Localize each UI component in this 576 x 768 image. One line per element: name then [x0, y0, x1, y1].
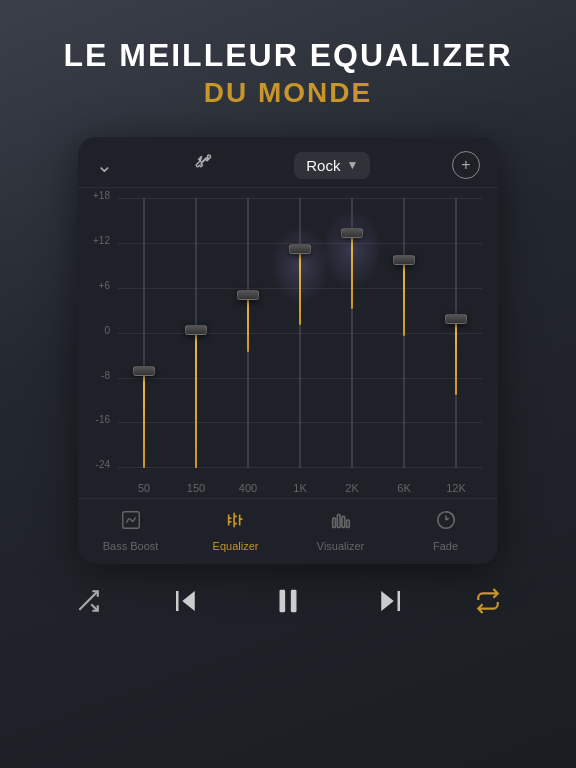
- slider-6k[interactable]: [378, 198, 430, 468]
- svg-marker-18: [182, 591, 195, 611]
- slider-track-1k: [299, 198, 301, 468]
- slider-2k[interactable]: [326, 198, 378, 468]
- slider-handle-50hz[interactable]: [133, 366, 155, 376]
- slider-fill-1k: [299, 252, 301, 325]
- equalizer-area: +18 +12 +6 0 -8 -16 -24: [78, 188, 498, 498]
- slider-handle-150hz[interactable]: [185, 325, 207, 335]
- slider-handle-1k[interactable]: [289, 244, 311, 254]
- tab-label-bass-boost: Bass Boost: [103, 540, 159, 552]
- player-controls: [0, 570, 576, 632]
- play-pause-button[interactable]: [271, 584, 305, 618]
- slider-400hz[interactable]: [222, 198, 274, 468]
- prev-button[interactable]: [171, 586, 201, 616]
- slider-handle-12k[interactable]: [445, 314, 467, 324]
- eq-label-n16: -16: [82, 414, 110, 425]
- fade-icon: [435, 509, 457, 536]
- collapse-icon[interactable]: ⌄: [96, 153, 113, 177]
- slider-fill-150hz: [195, 333, 197, 468]
- header-section: LE MEILLEUR EQUALIZER DU MONDE: [0, 0, 576, 129]
- freq-labels: 50 150 400 1K 2K 6K 12K: [118, 482, 482, 494]
- equalizer-icon: [225, 509, 247, 536]
- freq-label-12k: 12K: [430, 482, 482, 494]
- eq-label-n8: -8: [82, 370, 110, 381]
- sliders-container: [118, 198, 482, 468]
- svg-rect-21: [291, 590, 297, 613]
- freq-label-2k: 2K: [326, 482, 378, 494]
- tab-equalizer[interactable]: Equalizer: [183, 509, 288, 552]
- bass-boost-icon: [120, 509, 142, 536]
- slider-handle-6k[interactable]: [393, 255, 415, 265]
- tab-fade[interactable]: Fade: [393, 509, 498, 552]
- card-header: ⌄ Rock ▼ +: [78, 137, 498, 188]
- freq-label-1k: 1K: [274, 482, 326, 494]
- tab-label-visualizer: Visualizer: [317, 540, 365, 552]
- freq-label-6k: 6K: [378, 482, 430, 494]
- svg-rect-10: [337, 515, 340, 528]
- slider-fill-400hz: [247, 298, 249, 352]
- shuffle-button[interactable]: [75, 588, 101, 614]
- tab-label-equalizer: Equalizer: [213, 540, 259, 552]
- svg-rect-11: [341, 517, 344, 528]
- preset-label: Rock: [306, 157, 340, 174]
- tab-label-fade: Fade: [433, 540, 458, 552]
- main-title: LE MEILLEUR EQUALIZER: [20, 38, 556, 73]
- slider-fill-2k: [351, 236, 353, 309]
- freq-label-50: 50: [118, 482, 170, 494]
- freq-label-400: 400: [222, 482, 274, 494]
- preset-selector[interactable]: Rock ▼: [294, 152, 370, 179]
- slider-handle-400hz[interactable]: [237, 290, 259, 300]
- slider-12k[interactable]: [430, 198, 482, 468]
- slider-50hz[interactable]: [118, 198, 170, 468]
- tab-visualizer[interactable]: Visualizer: [288, 509, 393, 552]
- svg-rect-20: [280, 590, 286, 613]
- visualizer-icon: [330, 509, 352, 536]
- bottom-tabs: Bass Boost Equalizer: [78, 498, 498, 564]
- svg-rect-9: [332, 518, 335, 527]
- slider-fill-50hz: [143, 374, 145, 469]
- equalizer-card: ⌄ Rock ▼ + +18 +12 +6 0 -8 -16 -24: [78, 137, 498, 564]
- slider-fill-6k: [403, 263, 405, 336]
- next-button[interactable]: [375, 586, 405, 616]
- sub-title: DU MONDE: [20, 77, 556, 109]
- loop-button[interactable]: [475, 588, 501, 614]
- eq-label-18: +18: [82, 190, 110, 201]
- add-preset-button[interactable]: +: [452, 151, 480, 179]
- svg-marker-22: [381, 591, 394, 611]
- eq-label-12: +12: [82, 235, 110, 246]
- slider-150hz[interactable]: [170, 198, 222, 468]
- eq-label-n24: -24: [82, 459, 110, 470]
- slider-handle-2k[interactable]: [341, 228, 363, 238]
- tab-bass-boost[interactable]: Bass Boost: [78, 509, 183, 552]
- eq-label-6: +6: [82, 280, 110, 291]
- eq-label-0: 0: [82, 325, 110, 336]
- guitar-icon: [195, 154, 213, 177]
- slider-fill-12k: [455, 322, 457, 395]
- freq-label-150: 150: [170, 482, 222, 494]
- svg-rect-12: [346, 520, 349, 527]
- preset-chevron-icon: ▼: [346, 158, 358, 172]
- slider-1k[interactable]: [274, 198, 326, 468]
